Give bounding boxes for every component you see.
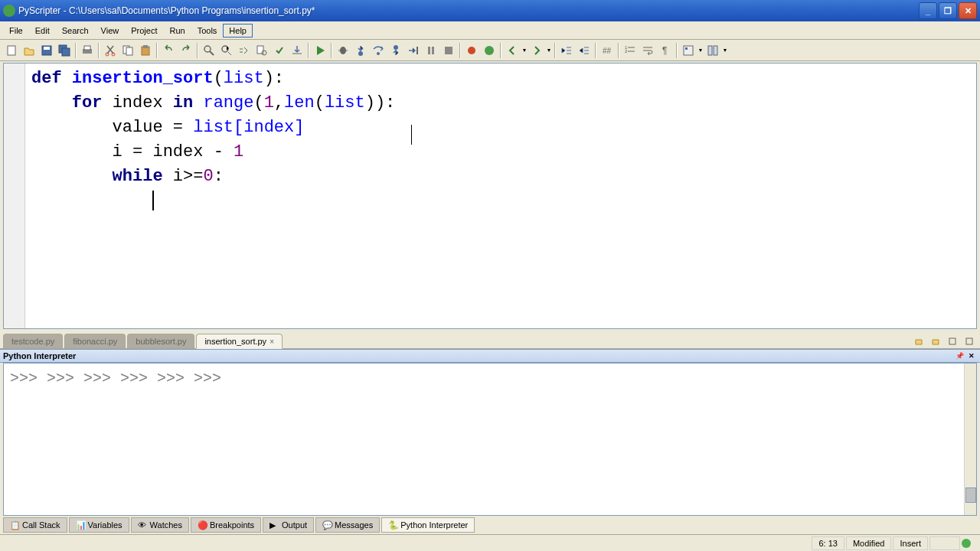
tab-close-icon[interactable]: ×: [270, 337, 274, 346]
comment-button[interactable]: ##: [599, 42, 616, 59]
minimize-button[interactable]: _: [919, 2, 937, 19]
app-icon: [3, 5, 15, 17]
indent-button[interactable]: [576, 42, 593, 59]
tab-watches[interactable]: 👁Watches: [131, 517, 189, 533]
svg-rect-39: [949, 338, 956, 344]
line-numbers-button[interactable]: 12: [622, 42, 639, 59]
layouts-dropdown[interactable]: ▼: [722, 42, 728, 59]
python-icon: 🐍: [388, 520, 397, 530]
code-content[interactable]: def insertion_sort(list): for index in r…: [25, 64, 976, 328]
step-into-button[interactable]: [352, 42, 369, 59]
run-button[interactable]: [312, 42, 328, 59]
options-button[interactable]: [680, 42, 697, 59]
window-title: PyScripter - C:\Users\sal\Documents\Pyth…: [18, 5, 919, 16]
redo-button[interactable]: [178, 42, 194, 59]
find-in-files-button[interactable]: [253, 42, 270, 59]
forward-dropdown[interactable]: ▼: [546, 42, 552, 59]
python-button[interactable]: [481, 42, 498, 59]
svg-rect-12: [143, 45, 148, 48]
output-icon: ▶: [270, 520, 279, 530]
editor-gutter: [4, 64, 25, 328]
tab-call-stack[interactable]: 📋Call Stack: [3, 517, 67, 533]
statusbar: 6: 13 Modified Insert: [0, 534, 980, 551]
cut-button[interactable]: [102, 42, 119, 59]
pause-button[interactable]: [423, 42, 439, 59]
menu-help[interactable]: Help: [223, 24, 253, 37]
function-name: insertion_sort: [72, 69, 214, 88]
menu-search[interactable]: Search: [56, 24, 95, 37]
menu-tools[interactable]: Tools: [191, 24, 224, 37]
outdent-button[interactable]: [558, 42, 575, 59]
tab-output[interactable]: ▶Output: [263, 517, 314, 533]
svg-text:2: 2: [625, 49, 628, 54]
svg-rect-36: [685, 47, 688, 50]
toggle-breakpoint-button[interactable]: [463, 42, 480, 59]
tab-python-interpreter[interactable]: 🐍Python Interpreter: [381, 517, 475, 533]
tab-nav-button-1[interactable]: [911, 334, 926, 348]
tab-variables[interactable]: 📊Variables: [69, 517, 129, 533]
maximize-button[interactable]: ❐: [939, 2, 957, 19]
menu-project[interactable]: Project: [125, 24, 163, 37]
svg-rect-40: [966, 338, 972, 344]
open-file-button[interactable]: [21, 42, 38, 59]
titlebar: PyScripter - C:\Users\sal\Documents\Pyth…: [0, 0, 980, 21]
prompt: >>>: [194, 370, 221, 387]
close-button[interactable]: ✕: [959, 2, 977, 19]
tab-fibonacci[interactable]: fibonacci.py: [64, 334, 126, 348]
tab-insertion-sort[interactable]: insertion_sort.py ×: [196, 334, 283, 349]
tab-nav-button-2[interactable]: [928, 334, 943, 348]
interpreter[interactable]: >>> >>> >>> >>> >>> >>>: [3, 363, 977, 516]
svg-rect-25: [432, 47, 434, 54]
print-button[interactable]: [79, 42, 96, 59]
find-next-button[interactable]: [218, 42, 235, 59]
layouts-button[interactable]: [704, 42, 721, 59]
breakpoints-icon: 🔴: [198, 520, 207, 530]
prompt: >>>: [120, 370, 157, 387]
paste-button[interactable]: [137, 42, 154, 59]
copy-button[interactable]: [119, 42, 136, 59]
svg-rect-37: [708, 46, 712, 55]
menu-file[interactable]: File: [3, 24, 29, 37]
run-to-cursor-button[interactable]: [405, 42, 422, 59]
interpreter-title: Python Interpreter: [3, 351, 76, 360]
word-wrap-button[interactable]: [639, 42, 656, 59]
replace-button[interactable]: [236, 42, 253, 59]
status-mode: Insert: [893, 536, 928, 550]
tab-testcode[interactable]: testcode.py: [3, 334, 63, 348]
code-editor[interactable]: def insertion_sort(list): for index in r…: [3, 63, 977, 329]
step-over-button[interactable]: [370, 42, 387, 59]
svg-rect-0: [8, 46, 15, 55]
scroll-thumb[interactable]: [965, 487, 976, 503]
syntax-check-button[interactable]: [271, 42, 288, 59]
svg-point-20: [358, 51, 363, 56]
menu-edit[interactable]: Edit: [29, 24, 56, 37]
interpreter-close-button[interactable]: ✕: [966, 350, 977, 361]
tab-messages[interactable]: 💬Messages: [315, 517, 380, 533]
menu-view[interactable]: View: [95, 24, 126, 37]
forward-button[interactable]: [528, 42, 545, 59]
step-out-button[interactable]: [387, 42, 404, 59]
save-all-button[interactable]: [56, 42, 73, 59]
back-dropdown[interactable]: ▼: [521, 42, 528, 59]
tab-bubblesort[interactable]: bubblesort.py: [127, 334, 194, 348]
menu-run[interactable]: Run: [163, 24, 191, 37]
special-chars-button[interactable]: ¶: [657, 42, 674, 59]
stop-button[interactable]: [440, 42, 457, 59]
prompt: >>>: [10, 370, 47, 387]
options-dropdown[interactable]: ▼: [697, 42, 704, 59]
back-button[interactable]: [504, 42, 521, 59]
interpreter-pin-button[interactable]: 📌: [954, 350, 965, 361]
import-button[interactable]: [289, 42, 305, 59]
find-button[interactable]: [201, 42, 217, 59]
interpreter-scrollbar[interactable]: [964, 364, 976, 515]
tab-nav-button-4[interactable]: [962, 334, 977, 348]
save-button[interactable]: [38, 42, 55, 59]
prompt: >>>: [157, 370, 194, 387]
debug-button[interactable]: [335, 42, 351, 59]
tab-nav-button-3[interactable]: [945, 334, 960, 348]
svg-text:¶: ¶: [662, 45, 667, 56]
undo-button[interactable]: [160, 42, 177, 59]
status-position: 6: 13: [812, 536, 844, 550]
new-file-button[interactable]: [3, 42, 20, 59]
tab-breakpoints[interactable]: 🔴Breakpoints: [191, 517, 261, 533]
